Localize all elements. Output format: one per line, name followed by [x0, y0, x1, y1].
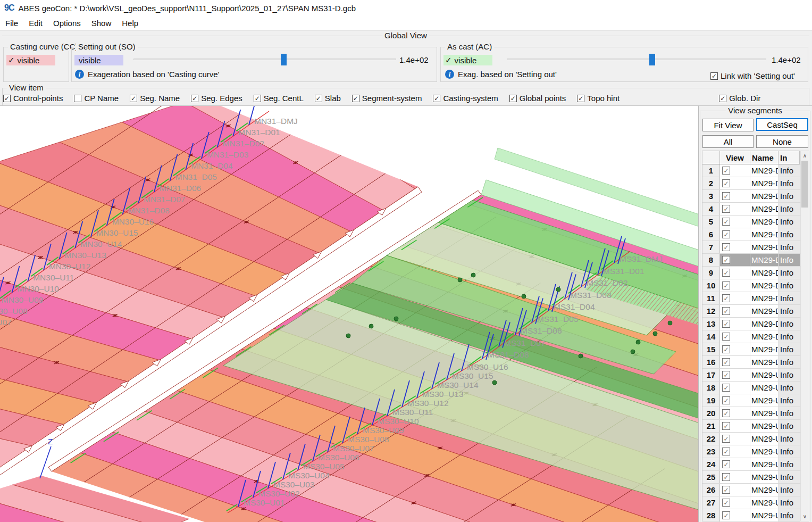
table-row[interactable]: 2✓MN29-DInfo	[702, 177, 800, 190]
view-checkbox[interactable]: ✓	[722, 422, 730, 430]
table-row[interactable]: 11✓MN29-DInfo	[702, 292, 800, 305]
menu-file[interactable]: File	[0, 17, 23, 29]
all-button[interactable]: All	[702, 135, 754, 148]
menu-edit[interactable]: Edit	[23, 17, 48, 29]
slider-thumb[interactable]	[281, 54, 287, 65]
view-item-slab[interactable]: ✓Slab	[315, 94, 341, 103]
table-row[interactable]: 17✓MN29-UInfo	[702, 369, 800, 382]
table-row[interactable]: 7✓MN29-DInfo	[702, 241, 800, 254]
info-button[interactable]: Info	[778, 407, 800, 419]
view-checkbox[interactable]: ✓	[722, 333, 730, 341]
table-row[interactable]: 20✓MN29-UInfo	[702, 407, 800, 420]
table-row[interactable]: 16✓MN29-DInfo	[702, 356, 800, 369]
info-button[interactable]: Info	[778, 279, 800, 292]
info-button[interactable]: Info	[778, 228, 800, 241]
view-item-control-points[interactable]: ✓Control-points	[3, 94, 63, 103]
view-checkbox[interactable]: ✓	[722, 409, 730, 417]
view-item-seg-name[interactable]: ✓Seg. Name	[130, 94, 180, 103]
info-button[interactable]: Info	[778, 292, 800, 304]
setting-out-exaggeration-slider[interactable]	[133, 54, 396, 65]
table-row[interactable]: 27✓MN29-UInfo	[702, 496, 800, 509]
view-checkbox[interactable]: ✓	[722, 371, 730, 379]
info-button[interactable]: Info	[778, 509, 800, 521]
as-cast-visible-checkbox[interactable]: ✓ visible	[443, 55, 492, 65]
table-row[interactable]: 8✓MN29-DInfo	[702, 254, 800, 267]
info-button[interactable]: Info	[778, 267, 800, 279]
view-checkbox[interactable]: ✓	[722, 256, 730, 264]
table-row[interactable]: 18✓MN29-UInfo	[702, 382, 800, 394]
info-button[interactable]: Info	[778, 394, 800, 407]
setting-out-visible-checkbox[interactable]: visible	[74, 55, 123, 65]
info-button[interactable]: Info	[778, 484, 800, 496]
cast-seq-button[interactable]: CastSeq	[756, 118, 808, 131]
scrollbar-thumb[interactable]	[801, 161, 808, 208]
info-button[interactable]: Info	[778, 445, 800, 458]
table-row[interactable]: 10✓MN29-DInfo	[702, 279, 800, 292]
info-button[interactable]: Info	[778, 458, 800, 470]
table-row[interactable]: 13✓MN29-DInfo	[702, 318, 800, 330]
view-item-seg-centl[interactable]: ✓Seg. CentL	[254, 94, 304, 103]
view-item-global-points[interactable]: ✓Global points	[509, 94, 566, 103]
table-row[interactable]: 6✓MN29-DInfo	[702, 228, 800, 241]
view-checkbox[interactable]: ✓	[722, 448, 730, 455]
table-row[interactable]: 19✓MN29-UInfo	[702, 394, 800, 407]
info-button[interactable]: Info	[778, 356, 800, 368]
table-row[interactable]: 5✓MN29-DInfo	[702, 216, 800, 228]
view-checkbox[interactable]: ✓	[722, 192, 730, 200]
info-button[interactable]: Info	[778, 241, 800, 253]
view-checkbox[interactable]: ✓	[722, 269, 730, 277]
menu-show[interactable]: Show	[86, 17, 117, 29]
table-row[interactable]: 12✓MN29-DInfo	[702, 305, 800, 318]
view-checkbox[interactable]: ✓	[722, 486, 730, 494]
scene-canvas[interactable]: MN31–DMJMN31–D01MN31–D02MN31–D03MN31–D04…	[0, 106, 698, 522]
table-row[interactable]: 4✓MN29-DInfo	[702, 203, 800, 216]
view-item-glob-dir[interactable]: ✓Glob. Dir	[719, 94, 760, 103]
info-button[interactable]: Info	[778, 177, 800, 189]
table-scrollbar[interactable]: ∧ ∨	[800, 151, 809, 521]
view-checkbox[interactable]: ✓	[722, 345, 730, 353]
view-item-seg-edges[interactable]: ✓Seg. Edges	[191, 94, 242, 103]
table-row[interactable]: 25✓MN29-UInfo	[702, 471, 800, 484]
info-button[interactable]: Info	[778, 496, 800, 509]
view-checkbox[interactable]: ✓	[722, 243, 730, 251]
info-button[interactable]: Info	[778, 190, 800, 202]
info-button[interactable]: Info	[778, 433, 800, 445]
view-checkbox[interactable]: ✓	[722, 384, 730, 392]
view-checkbox[interactable]: ✓	[722, 511, 730, 519]
view-checkbox[interactable]: ✓	[722, 473, 730, 481]
info-button[interactable]: Info	[778, 164, 800, 177]
menu-help[interactable]: Help	[116, 17, 144, 29]
view-checkbox[interactable]: ✓	[722, 179, 730, 187]
view-checkbox[interactable]: ✓	[722, 307, 730, 315]
table-row[interactable]: 22✓MN29-UInfo	[702, 433, 800, 445]
table-row[interactable]: 15✓MN29-DInfo	[702, 343, 800, 356]
view-checkbox[interactable]: ✓	[722, 294, 730, 302]
view-checkbox[interactable]: ✓	[722, 218, 730, 226]
view-checkbox[interactable]: ✓	[722, 167, 730, 175]
view-checkbox[interactable]: ✓	[722, 499, 730, 507]
table-row[interactable]: 23✓MN29-UInfo	[702, 445, 800, 458]
view-checkbox[interactable]: ✓	[722, 435, 730, 443]
scroll-down-arrow-icon[interactable]: ∨	[801, 512, 809, 521]
info-button[interactable]: Info	[778, 203, 800, 215]
table-row[interactable]: 21✓MN29-UInfo	[702, 420, 800, 433]
info-button[interactable]: Info	[778, 382, 800, 394]
table-row[interactable]: 28✓MN29-UInfo	[702, 509, 800, 522]
table-row[interactable]: 14✓MN29-DInfo	[702, 330, 800, 343]
fit-view-button[interactable]: Fit View	[702, 119, 754, 131]
view-checkbox[interactable]: ✓	[722, 358, 730, 366]
slider-track[interactable]	[133, 59, 396, 60]
table-row[interactable]: 3✓MN29-DInfo	[702, 190, 800, 203]
table-row[interactable]: 24✓MN29-UInfo	[702, 458, 800, 471]
info-button[interactable]: Info	[778, 318, 800, 330]
info-button[interactable]: Info	[778, 330, 800, 343]
none-button[interactable]: None	[756, 135, 808, 148]
info-button[interactable]: Info	[778, 305, 800, 317]
info-button[interactable]: Info	[778, 471, 800, 483]
slider-thumb[interactable]	[649, 54, 655, 65]
info-button[interactable]: Info	[778, 343, 800, 355]
info-button[interactable]: Info	[778, 216, 800, 228]
view-checkbox[interactable]: ✓	[722, 320, 730, 328]
view-checkbox[interactable]: ✓	[722, 396, 730, 404]
view-checkbox[interactable]: ✓	[722, 205, 730, 213]
